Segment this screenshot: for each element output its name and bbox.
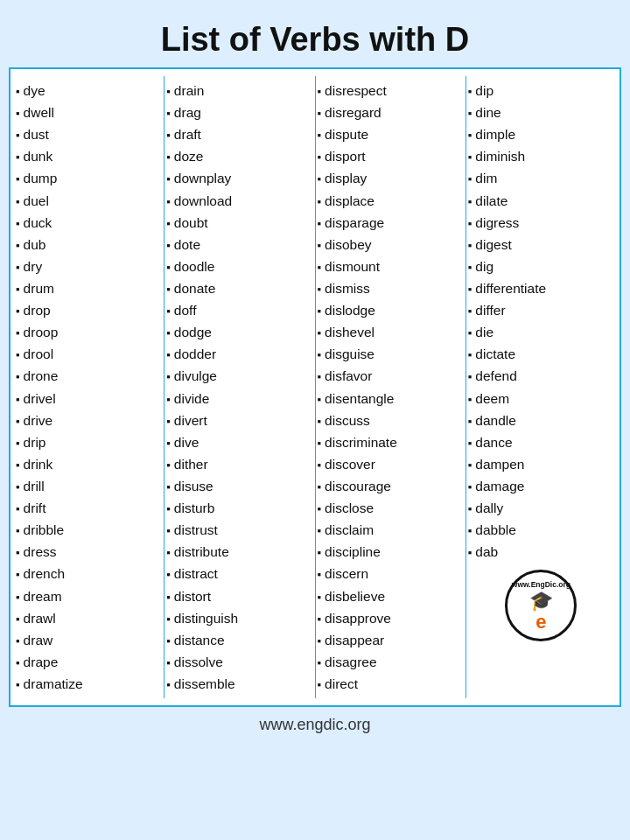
list-item: displace (318, 190, 464, 212)
list-item: disappear (318, 629, 464, 651)
list-item: dip (468, 80, 614, 102)
column-4: dipdinedimplediminishdimdilatedigressdig… (466, 76, 616, 698)
list-item: drive (16, 410, 162, 431)
list-item: drivel (16, 388, 162, 410)
list-item: dust (16, 123, 162, 145)
list-item: divulge (166, 365, 312, 387)
column-2: draindragdraftdozedownplaydownloaddoubtd… (164, 76, 315, 698)
list-item: duel (16, 190, 162, 212)
list-item: distinguish (166, 607, 312, 629)
list-item: dissemble (166, 673, 312, 695)
list-item: disentangle (318, 388, 464, 410)
list-item: downplay (166, 167, 312, 189)
list-item: download (166, 190, 312, 212)
list-item: dig (468, 256, 614, 277)
list-item: duck (16, 212, 162, 234)
list-item: dance (468, 431, 614, 453)
list-item: drink (16, 453, 162, 475)
list-item: disbelieve (318, 585, 464, 607)
list-item: disfavor (318, 365, 464, 387)
list-item: dimple (468, 123, 614, 145)
list-item: digest (468, 234, 614, 256)
list-item: display (318, 167, 464, 189)
list-item: dandle (468, 410, 614, 431)
list-item: dishevel (318, 321, 464, 343)
list-item: direct (318, 673, 464, 695)
list-item: drum (16, 277, 162, 299)
list-item: draft (166, 123, 312, 145)
list-item: distribute (166, 541, 312, 563)
list-item: drawl (16, 607, 162, 629)
list-item: dabble (468, 519, 614, 541)
list-item: dye (16, 80, 162, 102)
list-item: discourage (318, 475, 464, 497)
list-item: distract (166, 563, 312, 584)
list-item: dub (16, 234, 162, 256)
list-item: distance (166, 629, 312, 651)
list-item: drift (16, 497, 162, 519)
list-item: discipline (318, 541, 464, 563)
list-item: dilate (468, 190, 614, 212)
list-item: drop (16, 299, 162, 321)
logo: www.EngDic.org 🎓 e (468, 570, 614, 641)
list-item: disclose (318, 497, 464, 519)
list-item: disparage (318, 212, 464, 234)
list-item: dress (16, 541, 162, 563)
list-item: dry (16, 256, 162, 277)
list-item: dive (166, 431, 312, 453)
list-item: disport (318, 145, 464, 167)
list-item: digress (468, 212, 614, 234)
list-item: dine (468, 102, 614, 123)
list-item: doubt (166, 212, 312, 234)
list-item: discriminate (318, 431, 464, 453)
list-item: doodle (166, 256, 312, 277)
list-item: dismount (318, 256, 464, 277)
list-item: disapprove (318, 607, 464, 629)
list-item: dribble (16, 519, 162, 541)
list-item: doff (166, 299, 312, 321)
list-item: dampen (468, 453, 614, 475)
list-item: dump (16, 167, 162, 189)
list-item: deem (468, 388, 614, 410)
column-3: disrespectdisregarddisputedisportdisplay… (316, 76, 466, 698)
list-item: dunk (16, 145, 162, 167)
list-item: droop (16, 321, 162, 343)
list-item: divide (166, 388, 312, 410)
list-item: dally (468, 497, 614, 519)
list-item: drip (16, 431, 162, 453)
list-item: dramatize (16, 673, 162, 695)
list-item: dodge (166, 321, 312, 343)
list-item: donate (166, 277, 312, 299)
list-item: disuse (166, 475, 312, 497)
list-item: discuss (318, 410, 464, 431)
list-item: disrespect (318, 80, 464, 102)
list-item: dim (468, 167, 614, 189)
list-item: discern (318, 563, 464, 584)
list-item: divert (166, 410, 312, 431)
column-1: dyedwelldustdunkdumpduelduckdubdrydrumdr… (14, 76, 164, 698)
list-item: dab (468, 541, 614, 563)
list-item: defend (468, 365, 614, 387)
list-item: drool (16, 343, 162, 365)
list-item: dissolve (166, 651, 312, 673)
list-item: drain (166, 80, 312, 102)
footer-url: www.engdic.org (259, 716, 370, 739)
list-item: drag (166, 102, 312, 123)
list-item: dictate (468, 343, 614, 365)
list-item: dislodge (318, 299, 464, 321)
list-item: drench (16, 563, 162, 584)
list-item: dispute (318, 123, 464, 145)
list-item: dwell (16, 102, 162, 123)
list-item: distort (166, 585, 312, 607)
list-item: damage (468, 475, 614, 497)
list-item: disregard (318, 102, 464, 123)
list-item: draw (16, 629, 162, 651)
list-item: disobey (318, 234, 464, 256)
page-title: List of Verbs with D (161, 21, 470, 59)
list-item: drill (16, 475, 162, 497)
list-item: dream (16, 585, 162, 607)
list-item: discover (318, 453, 464, 475)
list-item: die (468, 321, 614, 343)
list-item: drape (16, 651, 162, 673)
list-item: diminish (468, 145, 614, 167)
